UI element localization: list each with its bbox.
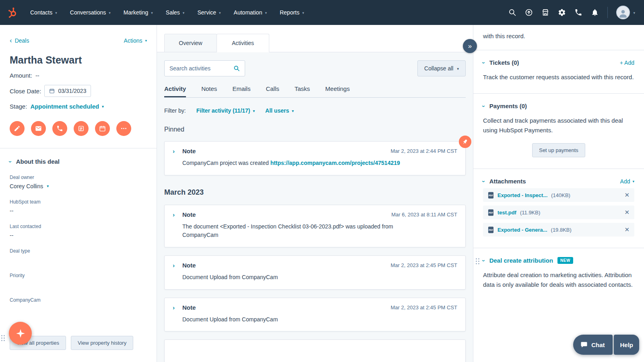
chevron-down-icon: › <box>8 160 13 162</box>
chevron-right-icon[interactable]: › <box>173 262 178 268</box>
quick-action-meeting-button[interactable] <box>95 121 110 136</box>
meeting-icon <box>99 125 106 132</box>
user-filter-dropdown[interactable]: All users ▾ <box>265 107 294 114</box>
note-card: › Note Mar 2, 2023 at 2:45 PM CST Docume… <box>164 298 466 332</box>
amount-label: Amount: <box>10 72 32 79</box>
nav-item-label: Conversations <box>70 9 106 16</box>
chevron-down-icon[interactable]: › <box>481 180 487 182</box>
hubspot-logo[interactable] <box>7 7 18 18</box>
close-icon: ✕ <box>624 226 630 233</box>
back-to-deals-link[interactable]: ‹ Deals <box>10 37 29 44</box>
quick-action-call-button[interactable] <box>52 121 67 136</box>
nav-item-conversations[interactable]: Conversations▾ <box>70 9 111 16</box>
attachment-name[interactable]: test.pdf <box>497 210 516 216</box>
quick-action-more-button[interactable] <box>116 121 131 136</box>
owner-dropdown-caret[interactable]: ▾ <box>47 184 49 188</box>
drag-handle[interactable] <box>476 258 479 264</box>
pin-icon[interactable] <box>459 136 471 148</box>
help-button[interactable]: Help <box>614 335 639 355</box>
nav-item-sales[interactable]: Sales▾ <box>166 9 185 16</box>
settings-icon[interactable] <box>558 8 566 16</box>
nav-item-reports[interactable]: Reports▾ <box>280 9 304 16</box>
chevron-right-icon[interactable]: › <box>173 212 178 218</box>
view-property-history-button[interactable]: View property history <box>71 336 133 350</box>
calls-icon[interactable] <box>574 8 582 16</box>
card-type-label: Note <box>182 304 196 311</box>
note-text: CompanyCam project was created <box>182 160 269 166</box>
close-date-input[interactable]: 03/31/2023 <box>44 85 91 97</box>
filter-by-label: Filter by: <box>164 107 186 114</box>
subtab-tasks[interactable]: Tasks <box>295 85 310 97</box>
task-icon <box>78 125 85 132</box>
field-hubspot-team: HubSpot team -- <box>10 199 147 214</box>
nav-item-marketing[interactable]: Marketing▾ <box>124 9 153 16</box>
remove-attachment-button[interactable]: ✕ <box>624 209 630 216</box>
chevron-down-icon: ▾ <box>219 10 221 15</box>
nav-item-label: Contacts <box>30 9 52 16</box>
upgrade-icon[interactable] <box>525 8 533 16</box>
field-label: CompanyCam <box>10 297 147 303</box>
search-icon[interactable] <box>233 65 240 72</box>
chevron-down-icon: ▾ <box>183 10 185 15</box>
subtab-notes[interactable]: Notes <box>201 85 217 97</box>
tickets-title: Tickets (0) <box>489 59 519 66</box>
marketplace-icon[interactable] <box>541 8 549 16</box>
note-link[interactable]: https://app.companycam.com/projects/4751… <box>270 160 400 166</box>
attachment-name[interactable]: Exported - Inspect... <box>497 192 547 198</box>
quick-action-note-button[interactable] <box>10 121 25 136</box>
add-ticket-link[interactable]: + Add <box>620 60 634 66</box>
nav-item-contacts[interactable]: Contacts▾ <box>30 9 57 16</box>
chevron-down-icon[interactable]: › <box>481 105 487 107</box>
field-priority: Priority <box>10 273 147 288</box>
quick-action-email-button[interactable] <box>31 121 46 136</box>
collapse-panel-button[interactable]: » <box>463 39 477 53</box>
nav-item-automation[interactable]: Automation▾ <box>234 9 267 16</box>
chevron-down-icon: ▾ <box>145 38 147 43</box>
subtab-calls[interactable]: Calls <box>266 85 279 97</box>
close-icon: ✕ <box>624 191 630 198</box>
collapse-all-button[interactable]: Collapse all ▾ <box>417 60 466 76</box>
actions-dropdown[interactable]: Actions ▾ <box>124 37 147 44</box>
chat-widget: Chat Help <box>573 335 639 355</box>
copilot-button[interactable] <box>9 322 32 345</box>
card-body: CompanyCam project was created https://a… <box>182 159 420 168</box>
remove-attachment-button[interactable]: ✕ <box>624 191 630 199</box>
chat-icon <box>580 341 588 348</box>
activity-filter-dropdown[interactable]: Filter activity (11/17) ▾ <box>196 107 255 114</box>
subtab-emails[interactable]: Emails <box>232 85 250 97</box>
payments-section: › Payments (0) Collect and track payment… <box>473 93 644 169</box>
account-menu[interactable]: ▾ <box>616 6 635 19</box>
remove-attachment-button[interactable]: ✕ <box>624 226 630 233</box>
about-section-toggle[interactable]: › About this deal <box>10 158 147 165</box>
search-icon[interactable] <box>508 8 516 16</box>
notifications-icon[interactable] <box>591 8 599 16</box>
nav-menu: Contacts▾ Conversations▾ Marketing▾ Sale… <box>30 9 304 16</box>
tab-overview[interactable]: Overview <box>164 34 217 52</box>
set-up-payments-button[interactable]: Set up payments <box>532 143 585 157</box>
chevron-right-icon[interactable]: › <box>173 148 178 154</box>
chevron-down-icon[interactable]: › <box>481 62 487 64</box>
close-icon: ✕ <box>624 209 630 216</box>
call-icon <box>56 125 63 132</box>
subtab-activity[interactable]: Activity <box>164 85 186 97</box>
chevron-down-icon[interactable]: › <box>481 259 487 261</box>
nav-utilities: ▾ <box>508 6 635 19</box>
nav-item-service[interactable]: Service▾ <box>197 9 221 16</box>
note-card: › Note Mar 2, 2023 at 2:45 PM CST Docume… <box>164 255 466 290</box>
drag-handle[interactable] <box>1 335 5 341</box>
note-card-partial[interactable] <box>164 339 466 362</box>
search-activities-input[interactable] <box>169 65 230 72</box>
subtab-meetings[interactable]: Meetings <box>325 85 350 97</box>
field-label: Deal owner <box>10 175 147 180</box>
stage-value: Appointment scheduled <box>30 103 99 110</box>
stage-dropdown[interactable]: Appointment scheduled ▾ <box>30 103 103 110</box>
add-attachment-dropdown[interactable]: Add ▾ <box>620 178 634 185</box>
tab-activities[interactable]: Activities <box>217 34 269 52</box>
attachment-row: PDF Exported - Inspect... (140KB) ✕ <box>483 188 634 202</box>
quick-action-task-button[interactable] <box>74 121 89 136</box>
deal-title: Martha Stewart <box>10 54 147 66</box>
chevron-right-icon[interactable]: › <box>173 304 178 311</box>
chat-button[interactable]: Chat <box>573 335 613 355</box>
attachment-name[interactable]: Exported - Genera... <box>497 227 547 233</box>
chevron-down-icon: ▾ <box>633 10 635 15</box>
